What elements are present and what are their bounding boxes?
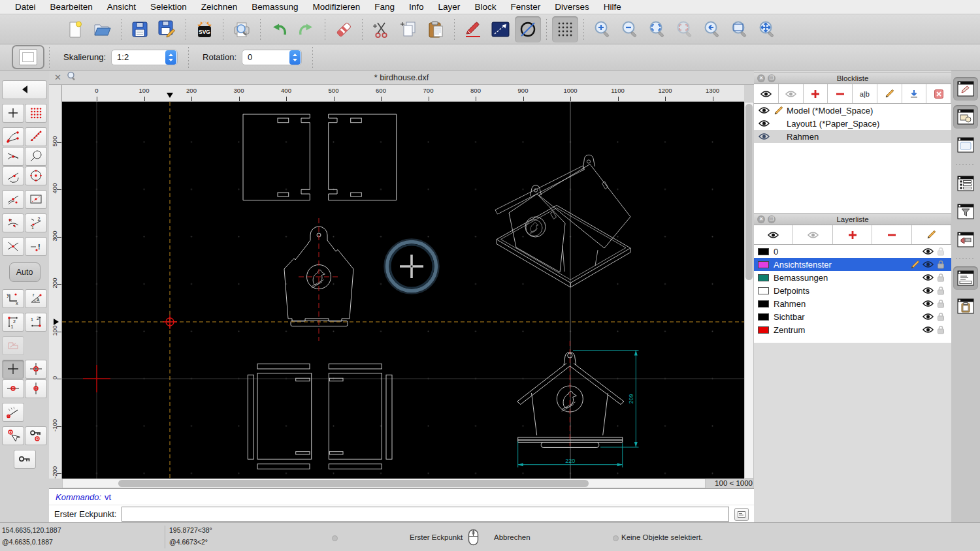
save-as-button[interactable] [154, 16, 180, 42]
layer-row[interactable]: Zentrum [754, 323, 951, 336]
layer-lock-icon[interactable] [934, 273, 947, 282]
layer-row[interactable]: Sichtbar [754, 310, 951, 323]
add-layer-button[interactable] [833, 225, 872, 244]
rename-block-button[interactable]: a|b [853, 84, 877, 103]
menu-zeichnen[interactable]: Zeichnen [194, 2, 245, 12]
polyline-restrict-button[interactable] [2, 336, 24, 355]
command-options-button[interactable] [734, 508, 749, 521]
layer-visibility-eye[interactable] [921, 326, 934, 334]
command-input[interactable] [122, 507, 729, 522]
layer-lock-icon[interactable] [934, 299, 947, 308]
visibility-off-button[interactable] [793, 225, 832, 244]
middle-snap-button[interactable] [2, 190, 24, 209]
menu-selektion[interactable]: Selektion [143, 2, 194, 12]
block-edit-pencil[interactable] [772, 106, 784, 116]
dock-view-options-button[interactable] [953, 228, 978, 251]
menu-diverses[interactable]: Diverses [547, 2, 596, 12]
layer-lock-icon[interactable] [934, 260, 947, 269]
layer-list-float-icon[interactable]: ❐ [768, 215, 776, 223]
layer-color-swatch[interactable] [758, 248, 769, 255]
layer-visibility-eye[interactable] [921, 313, 934, 321]
draw-pencil-button[interactable] [460, 16, 486, 42]
visibility-off-button[interactable] [779, 84, 804, 103]
tab-zoom-icon[interactable] [67, 71, 76, 84]
hscroll-thumb[interactable] [118, 480, 589, 487]
layer-row[interactable]: Defpoints [754, 284, 951, 297]
rotation-combobox[interactable]: 0 [242, 50, 302, 65]
intersection-x-snap-button[interactable] [2, 237, 24, 256]
horizontal-scrollbar[interactable] [62, 479, 706, 488]
edit-layer-button[interactable] [912, 225, 951, 244]
vertical-scrollbar[interactable] [744, 102, 754, 479]
intersection-snap-button[interactable] [2, 147, 24, 166]
coordinate-cartesian-button[interactable]: yx [2, 289, 24, 308]
layer-lock-icon[interactable] [934, 286, 947, 295]
dock-property-editor-button[interactable] [953, 77, 978, 101]
tab-close-icon[interactable]: ✕ [54, 72, 61, 82]
zoom-window-button[interactable] [727, 16, 753, 42]
scale-combobox[interactable]: 1:2 [111, 50, 178, 65]
dock-block-list-button[interactable] [953, 105, 978, 129]
remove-block-button[interactable] [828, 84, 853, 103]
line-tool-button[interactable] [487, 16, 514, 42]
layer-lock-icon[interactable] [934, 247, 947, 256]
layer-edit-pencil[interactable] [908, 260, 921, 270]
endpoint-snap-button[interactable] [2, 127, 24, 146]
pick-point-button[interactable] [2, 426, 24, 445]
save-button[interactable] [127, 16, 153, 42]
angle-protractor-button[interactable] [2, 403, 24, 422]
block-list-float-icon[interactable]: ❐ [768, 74, 776, 82]
block-visibility-eye[interactable] [758, 106, 770, 114]
layer-visibility-eye[interactable] [921, 300, 934, 307]
crosshair-point-button[interactable] [25, 360, 47, 379]
visibility-on-button[interactable] [754, 84, 779, 103]
zoom-pan-button[interactable] [754, 16, 780, 42]
layer-lock-icon[interactable] [934, 312, 947, 321]
menu-fang[interactable]: Fang [367, 2, 402, 12]
tangent-snap-button[interactable] [2, 166, 24, 185]
scale-stepper-icon[interactable] [165, 50, 176, 65]
grid-snap-button[interactable] [25, 104, 47, 123]
zoom-in-button[interactable] [589, 16, 615, 42]
edit-block-button[interactable] [877, 84, 902, 103]
layer-color-swatch[interactable] [758, 300, 769, 307]
redo-button[interactable] [293, 16, 319, 42]
layer-color-swatch[interactable] [758, 274, 769, 281]
undo-button[interactable] [266, 16, 292, 42]
dock-clipboard-button[interactable] [953, 294, 978, 318]
corner-snap-21-button[interactable]: 12 [25, 313, 47, 332]
zoom-selection-button[interactable] [672, 16, 698, 42]
reference-snap-button[interactable] [25, 190, 47, 209]
lock-relative-zero-button[interactable] [25, 426, 47, 445]
layer-color-swatch[interactable] [758, 326, 769, 334]
restrict-horizontal-button[interactable] [2, 379, 24, 398]
menu-layer[interactable]: Layer [431, 2, 468, 12]
coordinate-polar-button[interactable]: ra [25, 289, 47, 308]
block-row[interactable]: Layout1 (*Paper_Space) [754, 117, 951, 130]
menu-modifizieren[interactable]: Modifizieren [306, 2, 368, 12]
block-row[interactable]: Model (*Model_Space) [754, 104, 951, 117]
layer-visibility-eye[interactable] [921, 260, 934, 268]
back-button[interactable] [2, 80, 47, 99]
perpendicular-snap-button[interactable] [25, 147, 47, 166]
intersection-manual-snap-button[interactable]: ! [25, 237, 47, 256]
block-row[interactable]: Rahmen [754, 130, 951, 143]
open-file-button[interactable] [90, 16, 116, 42]
dock-selection-filter-button[interactable] [953, 200, 978, 223]
layer-color-swatch[interactable] [758, 287, 769, 294]
layer-color-swatch[interactable] [758, 261, 769, 268]
layer-list-close-icon[interactable]: ✕ [757, 215, 765, 223]
paste-button[interactable] [423, 16, 449, 42]
layer-row[interactable]: 0 [754, 245, 951, 258]
menu-bearbeiten[interactable]: Bearbeiten [43, 2, 100, 12]
menu-bemassung[interactable]: Bemassung [244, 2, 305, 12]
layer-row[interactable]: Bemassungen [754, 271, 951, 284]
relative-zero-button[interactable] [14, 450, 36, 469]
dock-command-line-button[interactable] [953, 266, 978, 290]
block-list-close-icon[interactable]: ✕ [757, 74, 765, 82]
new-file-button[interactable] [62, 16, 88, 42]
add-block-button[interactable] [804, 84, 828, 103]
dock-viewport-button[interactable] [953, 133, 978, 157]
layer-visibility-eye[interactable] [921, 274, 934, 281]
dock-layer-list-button[interactable] [953, 172, 978, 195]
